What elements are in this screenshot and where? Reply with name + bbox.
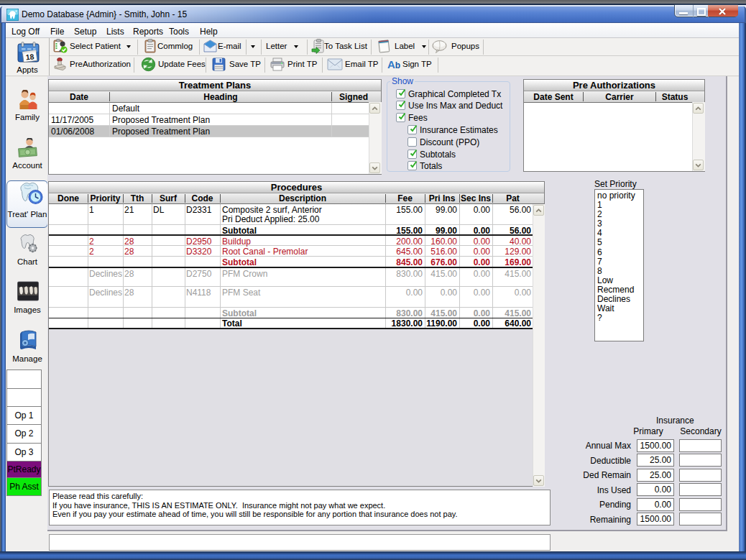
svg-text:18: 18 xyxy=(25,52,34,61)
